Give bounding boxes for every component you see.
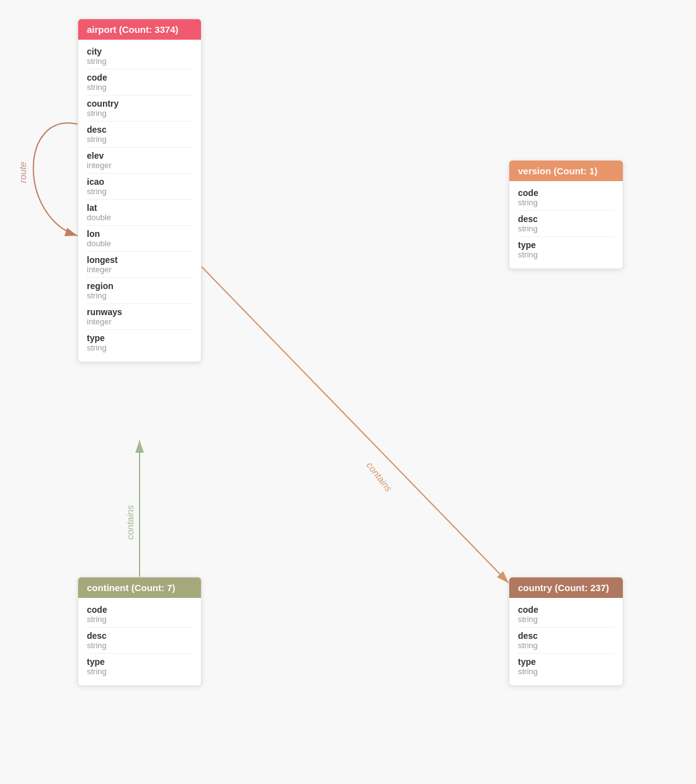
field-icao: icaostring: [87, 174, 192, 200]
airport-header: airport (Count: 3374): [78, 19, 201, 40]
c-field-type: typestring: [87, 654, 192, 679]
contains-orange-label: contains: [365, 460, 395, 494]
continent-fields: codestring descstring typestring: [78, 598, 201, 685]
v-field-code: codestring: [518, 185, 614, 211]
continent-header: continent (Count: 7): [78, 577, 201, 598]
co-field-desc: descstring: [518, 628, 614, 654]
field-lon: londouble: [87, 226, 192, 252]
field-country: countrystring: [87, 96, 192, 122]
airport-card: airport (Count: 3374) citystring codestr…: [78, 19, 202, 362]
field-code: codestring: [87, 69, 192, 96]
country-card: country (Count: 237) codestring descstri…: [509, 577, 623, 686]
v-field-desc: descstring: [518, 211, 614, 237]
field-runways: runwaysinteger: [87, 304, 192, 330]
version-header: version (Count: 1): [509, 161, 623, 181]
country-header: country (Count: 237): [509, 577, 623, 598]
field-type: typestring: [87, 330, 192, 355]
version-card: version (Count: 1) codestring descstring…: [509, 160, 623, 269]
field-longest: longestinteger: [87, 252, 192, 278]
contains-orange-arrow: [202, 267, 509, 583]
field-region: regionstring: [87, 278, 192, 304]
version-fields: codestring descstring typestring: [509, 181, 623, 269]
continent-card: continent (Count: 7) codestring descstri…: [78, 577, 202, 686]
route-label: route: [17, 162, 28, 183]
field-desc: descstring: [87, 122, 192, 148]
airport-fields: citystring codestring countrystring desc…: [78, 40, 201, 362]
route-arrow: [33, 123, 78, 236]
co-field-type: typestring: [518, 654, 614, 679]
c-field-desc: descstring: [87, 628, 192, 654]
country-fields: codestring descstring typestring: [509, 598, 623, 685]
contains-olive-label: contains: [125, 505, 135, 540]
field-lat: latdouble: [87, 200, 192, 226]
field-city: citystring: [87, 43, 192, 69]
c-field-code: codestring: [87, 602, 192, 628]
v-field-type: typestring: [518, 237, 614, 262]
co-field-code: codestring: [518, 602, 614, 628]
field-elev: elevinteger: [87, 148, 192, 174]
